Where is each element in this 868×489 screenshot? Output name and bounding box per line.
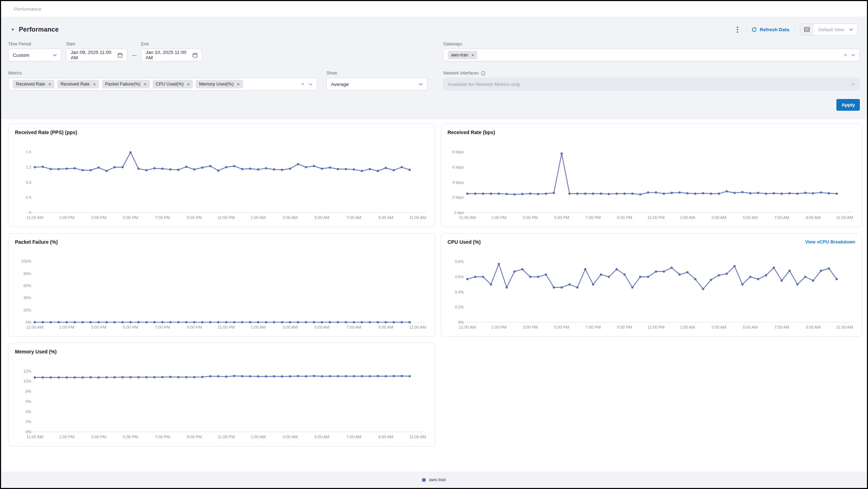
gateways-multiselect[interactable]: aws-tran ✕ ✕ [443, 49, 860, 61]
svg-text:1:00 AM: 1:00 AM [251, 215, 266, 220]
metrics-show-row: Metrics Received Rate✕ Received Rate✕ Pa… [8, 71, 427, 90]
remove-tag-icon[interactable]: ✕ [48, 82, 51, 86]
metric-tag[interactable]: Packet Failure(%)✕ [102, 80, 150, 88]
legend-label[interactable]: aws-tran [429, 477, 446, 482]
page-title: Performance [19, 26, 59, 33]
svg-text:11:00 AM: 11:00 AM [26, 325, 43, 329]
svg-text:4 kbps: 4 kbps [452, 180, 464, 185]
line-chart: 12%10%8%6%4%2%0%11:00 AM1:00 PM3:00 PM5:… [15, 358, 428, 443]
svg-text:7:00 PM: 7:00 PM [155, 325, 170, 329]
svg-text:8 kbps: 8 kbps [452, 150, 464, 154]
svg-text:3:00 AM: 3:00 AM [283, 325, 298, 329]
clear-all-icon[interactable]: ✕ [301, 82, 304, 87]
metric-tag[interactable]: Received Rate✕ [57, 80, 99, 88]
card-head: Packet Failure (%) [15, 239, 428, 247]
remove-tag-icon[interactable]: ✕ [471, 53, 474, 57]
card-head: Memory Used (%) [15, 349, 428, 357]
refresh-data-button[interactable]: Refresh Data [752, 27, 789, 32]
svg-text:1:00 PM: 1:00 PM [59, 435, 74, 439]
svg-text:11:00 AM: 11:00 AM [409, 435, 426, 439]
svg-text:7:00 PM: 7:00 PM [155, 215, 170, 220]
divider [794, 26, 795, 33]
svg-text:3:00 PM: 3:00 PM [523, 215, 538, 220]
svg-text:11:00 AM: 11:00 AM [459, 325, 476, 329]
breadcrumb-bar: Performance [1, 1, 867, 17]
svg-text:6 kbps: 6 kbps [452, 165, 464, 169]
time-period-select[interactable]: Custom [8, 49, 61, 61]
gateway-tag[interactable]: aws-tran ✕ [448, 51, 477, 59]
svg-text:0%: 0% [26, 320, 31, 324]
svg-text:9:00 PM: 9:00 PM [617, 215, 632, 220]
svg-text:0.2%: 0.2% [455, 305, 464, 309]
svg-text:1:00 PM: 1:00 PM [491, 325, 506, 329]
svg-text:0.8%: 0.8% [455, 259, 464, 264]
end-date-input[interactable]: Jan 10, 2025 11:00 AM [141, 49, 202, 61]
info-icon[interactable] [481, 71, 485, 76]
network-interfaces-placeholder: Available for Network Metrics only [448, 82, 520, 87]
metrics-label: Metrics [8, 71, 317, 76]
svg-text:9:00 AM: 9:00 AM [378, 435, 393, 439]
performance-dashboard: Performance ▾ Performance Refresh Data [0, 0, 868, 489]
view-select-value: Default View [813, 27, 849, 32]
network-interfaces-select-disabled: Available for Network Metrics only [443, 78, 860, 90]
svg-text:1:00 PM: 1:00 PM [59, 325, 74, 329]
panel-header-right: Refresh Data Default View [734, 23, 858, 35]
end-date-group: End Jan 10, 2025 11:00 AM [141, 42, 202, 61]
svg-text:11:00 AM: 11:00 AM [409, 325, 426, 329]
svg-text:5:00 AM: 5:00 AM [314, 215, 329, 220]
svg-text:3:00 PM: 3:00 PM [91, 215, 106, 220]
svg-text:5:00 AM: 5:00 AM [743, 325, 758, 329]
start-date-input[interactable]: Jan 09, 2025 11:00 AM [66, 49, 127, 61]
svg-text:11:00 AM: 11:00 AM [836, 325, 853, 329]
line-chart: 1.61.20.80.4011:00 AM1:00 PM3:00 PM5:00 … [15, 139, 428, 223]
svg-text:5:00 AM: 5:00 AM [743, 215, 758, 220]
breadcrumb[interactable]: Performance [14, 6, 41, 12]
svg-text:9:00 PM: 9:00 PM [187, 325, 202, 329]
svg-text:100%: 100% [21, 259, 31, 263]
svg-text:5:00 PM: 5:00 PM [123, 215, 138, 220]
collapse-caret-icon[interactable]: ▾ [12, 27, 14, 32]
start-date-group: Start Jan 09, 2025 11:00 AM [66, 42, 127, 61]
metric-tag[interactable]: Received Rate✕ [13, 80, 54, 88]
metric-tag[interactable]: Memory Used(%)✕ [196, 80, 243, 88]
remove-tag-icon[interactable]: ✕ [187, 82, 190, 86]
chart-title: Received Rate (PPS) (pps) [15, 130, 77, 135]
svg-text:80%: 80% [23, 271, 31, 276]
svg-text:3:00 AM: 3:00 AM [711, 325, 726, 329]
svg-text:5:00 PM: 5:00 PM [123, 325, 138, 329]
svg-text:10%: 10% [23, 379, 31, 383]
svg-text:7:00 AM: 7:00 AM [346, 215, 361, 220]
svg-text:9:00 AM: 9:00 AM [378, 215, 393, 220]
metric-tag-label: Received Rate [60, 82, 89, 87]
divider [746, 26, 746, 33]
saved-view-icon [804, 27, 810, 32]
view-icon-segment [801, 24, 813, 35]
show-select[interactable]: Average [326, 78, 427, 90]
metric-tag[interactable]: CPU Used(%)✕ [153, 80, 193, 88]
remove-tag-icon[interactable]: ✕ [93, 82, 96, 86]
svg-text:11:00 AM: 11:00 AM [836, 215, 853, 220]
start-label: Start [66, 42, 127, 46]
clear-all-icon[interactable]: ✕ [844, 53, 847, 57]
view-vcpu-breakdown-link[interactable]: View vCPU Breakdown [805, 239, 855, 244]
kebab-menu-button[interactable] [734, 25, 740, 34]
svg-text:6%: 6% [26, 399, 31, 403]
remove-tag-icon[interactable]: ✕ [143, 82, 146, 86]
view-select[interactable]: Default View [800, 23, 858, 35]
show-value: Average [331, 82, 349, 87]
remove-tag-icon[interactable]: ✕ [237, 82, 240, 86]
show-label: Show [326, 71, 427, 76]
apply-button[interactable]: Apply [836, 99, 860, 111]
svg-text:3:00 AM: 3:00 AM [283, 215, 298, 220]
chevron-down-icon [419, 83, 423, 86]
charts-grid: Received Rate (PPS) (pps) 1.61.20.80.401… [1, 119, 867, 446]
svg-text:1:00 AM: 1:00 AM [680, 325, 695, 329]
show-group: Show Average [326, 71, 427, 90]
gateway-tag-label: aws-tran [451, 53, 468, 57]
apply-row: Apply [8, 90, 860, 111]
svg-text:11:00 PM: 11:00 PM [647, 325, 664, 329]
metrics-multiselect[interactable]: Received Rate✕ Received Rate✕ Packet Fai… [8, 78, 317, 90]
svg-text:3:00 PM: 3:00 PM [523, 325, 538, 329]
svg-text:20%: 20% [23, 308, 31, 312]
chart-title: CPU Used (%) [447, 239, 481, 245]
